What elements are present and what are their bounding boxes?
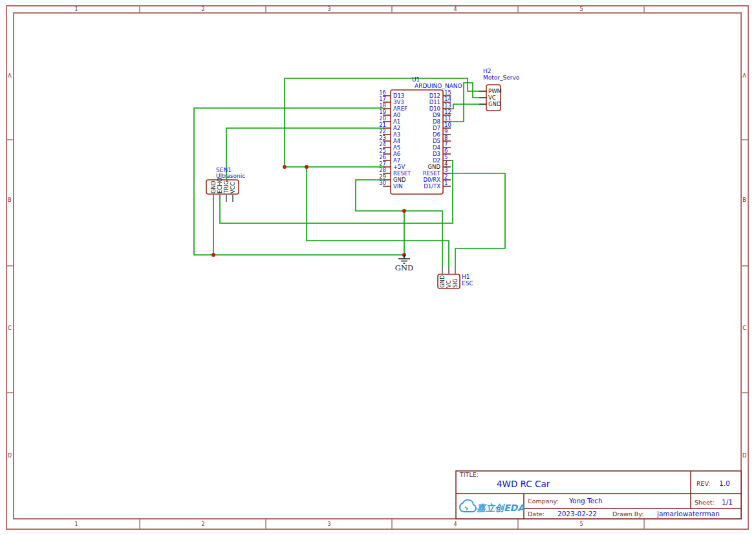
junction-dot: [211, 253, 215, 257]
component-h2-motor-servo[interactable]: H2 Motor_Servo PWM VC GND: [479, 68, 520, 111]
u1-pin-number: 12: [444, 109, 451, 115]
sheet-value[interactable]: 1/1: [722, 498, 733, 506]
company-value[interactable]: Yong Tech: [568, 497, 603, 505]
u1-pin-number: 15: [444, 89, 451, 96]
logo-text: 嘉立创EDA: [477, 503, 524, 513]
h2-part-name[interactable]: Motor_Servo: [483, 74, 520, 81]
u1-pin-name: A4: [393, 138, 400, 144]
h1-pin-name: SIG: [452, 279, 459, 289]
u1-pin-number: 30: [379, 180, 386, 186]
sen1-pin-name: ECHO: [217, 177, 223, 193]
u1-pin-number: 25: [379, 147, 386, 154]
title-label: TITLE:: [459, 471, 479, 478]
component-sen1-ultrasonic[interactable]: SEN1 Ultrasonic GND ECHO TRIG VCC: [206, 167, 245, 202]
bottom-ruler-ticks: [140, 519, 644, 529]
u1-pin-name: A5: [393, 144, 400, 151]
rev-value[interactable]: 1.0: [719, 479, 730, 487]
u1-pin-number: 3: [444, 167, 448, 173]
u1-pin-number: 16: [379, 89, 386, 96]
h2-pin-name: VC: [488, 94, 496, 101]
top-ruler-ticks: [140, 6, 644, 13]
u1-pin-number: 19: [379, 109, 386, 115]
ruler-col-label: 1: [74, 521, 78, 527]
gnd-earth-icon: [398, 255, 410, 263]
u1-pin-number: 8: [444, 135, 448, 141]
u1-pin-name: A1: [393, 118, 400, 125]
h2-pin-stubs: [479, 91, 486, 104]
gnd-symbol[interactable]: GND: [395, 255, 413, 272]
u1-pin-number: 18: [379, 102, 386, 109]
ruler-col-label: 3: [327, 6, 330, 12]
sheet-frame: 1 2 3 4 5 1 2 3 4 5 A B C D A B C D: [6, 6, 748, 529]
u1-pin-name: GND: [393, 177, 406, 183]
company-label: Company:: [528, 497, 559, 505]
sen1-pin-name: VCC: [230, 182, 236, 193]
title-value[interactable]: 4WD RC Car: [497, 479, 550, 489]
ruler-col-label: 4: [453, 6, 457, 12]
u1-pin-name: RESET: [423, 170, 441, 177]
component-h1-esc[interactable]: GND VC SIG H1 ESC: [438, 267, 473, 289]
junction-dot: [402, 209, 406, 213]
h1-part-name[interactable]: ESC: [462, 280, 473, 287]
u1-pin-number: 17: [379, 96, 386, 102]
ruler-col-label: 5: [579, 6, 583, 12]
u1-pin-number: 22: [379, 128, 386, 135]
u1-pin-name: 3V3: [393, 99, 404, 105]
u1-pin-name: D0/RX: [423, 177, 440, 183]
title-block: TITLE: 4WD RC Car REV: 1.0 Company: Yong…: [456, 471, 741, 519]
junction-dot: [305, 165, 308, 169]
u1-pin-number: 29: [379, 173, 386, 180]
u1-pin-number: 10: [444, 122, 451, 128]
ruler-row-label: C: [742, 325, 746, 331]
u1-pin-name: A3: [393, 131, 400, 138]
u1-pin-number: 13: [444, 102, 451, 109]
ruler-row-label: B: [742, 197, 746, 203]
u1-pin-name: D4: [433, 144, 440, 151]
u1-pin-name: D1/TX: [424, 183, 440, 190]
h2-designator[interactable]: H2: [483, 68, 491, 74]
component-u1-arduino-nano[interactable]: U1 ARDUINO_NANO 16D13 173V3 18AREF 19A0 …: [379, 76, 462, 194]
u1-pin-name: D13: [393, 93, 404, 99]
ruler-col-label: 1: [74, 6, 78, 12]
date-label: Date:: [528, 510, 545, 518]
u1-pin-number: 28: [379, 167, 386, 173]
u1-pin-name: RESET: [393, 170, 411, 177]
wire-reset-to-esc-sig[interactable]: [451, 173, 505, 267]
u1-pin-name: A2: [393, 125, 400, 131]
ruler-col-label: 2: [201, 6, 204, 12]
u1-pin-name: D5: [433, 138, 440, 144]
u1-pin-name: GND: [428, 164, 441, 170]
u1-pin-name: D8: [433, 118, 440, 125]
ruler-row-label: C: [8, 325, 12, 331]
u1-pin-name: D2: [433, 157, 440, 164]
ruler-row-label: D: [8, 453, 12, 459]
ruler-row-label: D: [742, 453, 746, 459]
u1-pin-name: D12: [429, 93, 440, 99]
drawn-by-value[interactable]: jamariowaterrman: [656, 510, 720, 518]
wire-d10-to-servo-gnd[interactable]: [451, 104, 479, 109]
u1-pin-number: 24: [379, 141, 386, 147]
h1-designator[interactable]: H1: [462, 274, 470, 280]
u1-pin-number: 26: [379, 154, 386, 160]
u1-designator[interactable]: U1: [412, 76, 420, 83]
u1-pin-name: VIN: [393, 183, 403, 190]
ruler-col-label: 2: [201, 521, 204, 527]
sen1-pin-stubs: [213, 194, 233, 202]
date-value[interactable]: 2023-02-22: [557, 510, 597, 518]
h1-pin-stubs: [442, 267, 455, 274]
u1-pin-number: 5: [444, 154, 448, 160]
h2-pin-name: GND: [488, 101, 501, 107]
u1-pin-name: D9: [433, 112, 440, 118]
u1-part-name[interactable]: ARDUINO_NANO: [415, 83, 462, 89]
sen1-pin-name: TRIG: [223, 180, 230, 194]
outer-border: [6, 6, 748, 529]
u1-pin-number: 20: [379, 115, 386, 122]
u1-pin-name: AREF: [393, 105, 407, 112]
u1-pin-name: D10: [429, 105, 440, 112]
u1-pin-number: 1: [444, 180, 448, 186]
u1-pin-name: A7: [393, 157, 400, 164]
u1-pin-number: 11: [444, 115, 451, 122]
junction-dot: [283, 165, 286, 169]
wire-a2-to-trig[interactable]: [226, 128, 383, 202]
u1-pin-name: D11: [429, 99, 440, 105]
